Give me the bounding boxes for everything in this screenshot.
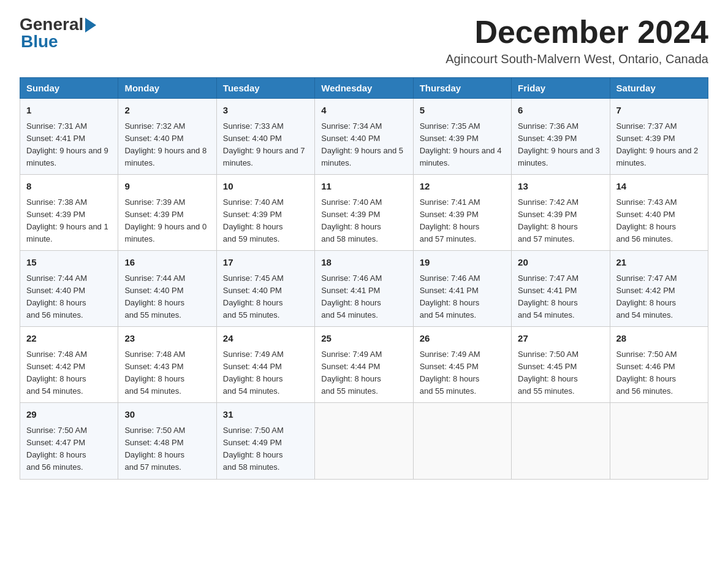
day-info: Sunrise: 7:34 AMSunset: 4:40 PMDaylight:… bbox=[321, 120, 406, 170]
calendar-cell bbox=[610, 403, 708, 479]
logo-blue-text: Blue bbox=[21, 32, 96, 52]
day-info: Sunrise: 7:43 AMSunset: 4:40 PMDaylight:… bbox=[616, 196, 702, 246]
day-number: 23 bbox=[124, 332, 210, 346]
calendar-cell: 24Sunrise: 7:49 AMSunset: 4:44 PMDayligh… bbox=[216, 327, 314, 403]
calendar-cell: 20Sunrise: 7:47 AMSunset: 4:41 PMDayligh… bbox=[512, 251, 610, 327]
day-info: Sunrise: 7:33 AMSunset: 4:40 PMDaylight:… bbox=[223, 120, 308, 170]
day-info: Sunrise: 7:48 AMSunset: 4:43 PMDaylight:… bbox=[124, 348, 210, 398]
day-number: 27 bbox=[518, 332, 603, 346]
day-number: 9 bbox=[124, 180, 210, 194]
calendar-cell: 17Sunrise: 7:45 AMSunset: 4:40 PMDayligh… bbox=[216, 251, 314, 327]
calendar-week-row: 15Sunrise: 7:44 AMSunset: 4:40 PMDayligh… bbox=[20, 251, 708, 327]
day-number: 16 bbox=[124, 256, 210, 270]
calendar-cell: 1Sunrise: 7:31 AMSunset: 4:41 PMDaylight… bbox=[20, 99, 118, 175]
day-info: Sunrise: 7:45 AMSunset: 4:40 PMDaylight:… bbox=[223, 272, 308, 322]
day-info: Sunrise: 7:50 AMSunset: 4:46 PMDaylight:… bbox=[616, 348, 702, 398]
header-tuesday: Tuesday bbox=[216, 78, 314, 99]
day-info: Sunrise: 7:44 AMSunset: 4:40 PMDaylight:… bbox=[124, 272, 210, 322]
day-info: Sunrise: 7:41 AMSunset: 4:39 PMDaylight:… bbox=[420, 196, 505, 246]
day-info: Sunrise: 7:47 AMSunset: 4:41 PMDaylight:… bbox=[518, 272, 603, 322]
subtitle: Agincourt South-Malvern West, Ontario, C… bbox=[446, 52, 708, 66]
day-number: 7 bbox=[616, 104, 702, 118]
day-info: Sunrise: 7:48 AMSunset: 4:42 PMDaylight:… bbox=[26, 348, 112, 398]
day-number: 29 bbox=[26, 408, 112, 422]
day-info: Sunrise: 7:40 AMSunset: 4:39 PMDaylight:… bbox=[223, 196, 308, 246]
calendar-cell: 9Sunrise: 7:39 AMSunset: 4:39 PMDaylight… bbox=[118, 175, 216, 251]
calendar-week-row: 1Sunrise: 7:31 AMSunset: 4:41 PMDaylight… bbox=[20, 99, 708, 175]
calendar-week-row: 22Sunrise: 7:48 AMSunset: 4:42 PMDayligh… bbox=[20, 327, 708, 403]
calendar-week-row: 8Sunrise: 7:38 AMSunset: 4:39 PMDaylight… bbox=[20, 175, 708, 251]
day-info: Sunrise: 7:49 AMSunset: 4:45 PMDaylight:… bbox=[420, 348, 505, 398]
calendar-cell: 28Sunrise: 7:50 AMSunset: 4:46 PMDayligh… bbox=[610, 327, 708, 403]
day-info: Sunrise: 7:49 AMSunset: 4:44 PMDaylight:… bbox=[223, 348, 308, 398]
header-monday: Monday bbox=[118, 78, 216, 99]
day-info: Sunrise: 7:38 AMSunset: 4:39 PMDaylight:… bbox=[26, 196, 112, 246]
calendar-cell: 6Sunrise: 7:36 AMSunset: 4:39 PMDaylight… bbox=[512, 99, 610, 175]
day-number: 18 bbox=[321, 256, 406, 270]
day-number: 17 bbox=[223, 256, 308, 270]
calendar-cell: 29Sunrise: 7:50 AMSunset: 4:47 PMDayligh… bbox=[20, 403, 118, 479]
day-number: 24 bbox=[223, 332, 308, 346]
calendar-cell: 25Sunrise: 7:49 AMSunset: 4:44 PMDayligh… bbox=[315, 327, 413, 403]
header-friday: Friday bbox=[512, 78, 610, 99]
header-thursday: Thursday bbox=[413, 78, 511, 99]
day-number: 4 bbox=[321, 104, 406, 118]
calendar-cell: 15Sunrise: 7:44 AMSunset: 4:40 PMDayligh… bbox=[20, 251, 118, 327]
day-info: Sunrise: 7:36 AMSunset: 4:39 PMDaylight:… bbox=[518, 120, 603, 170]
day-number: 21 bbox=[616, 256, 702, 270]
day-number: 10 bbox=[223, 180, 308, 194]
day-number: 2 bbox=[124, 104, 210, 118]
day-info: Sunrise: 7:50 AMSunset: 4:49 PMDaylight:… bbox=[223, 424, 308, 474]
calendar-cell: 13Sunrise: 7:42 AMSunset: 4:39 PMDayligh… bbox=[512, 175, 610, 251]
day-info: Sunrise: 7:32 AMSunset: 4:40 PMDaylight:… bbox=[124, 120, 210, 170]
calendar-cell: 22Sunrise: 7:48 AMSunset: 4:42 PMDayligh… bbox=[20, 327, 118, 403]
day-number: 8 bbox=[26, 180, 112, 194]
day-number: 6 bbox=[518, 104, 603, 118]
day-number: 22 bbox=[26, 332, 112, 346]
day-info: Sunrise: 7:47 AMSunset: 4:42 PMDaylight:… bbox=[616, 272, 702, 322]
calendar-cell: 10Sunrise: 7:40 AMSunset: 4:39 PMDayligh… bbox=[216, 175, 314, 251]
calendar-week-row: 29Sunrise: 7:50 AMSunset: 4:47 PMDayligh… bbox=[20, 403, 708, 479]
day-number: 28 bbox=[616, 332, 702, 346]
day-info: Sunrise: 7:50 AMSunset: 4:47 PMDaylight:… bbox=[26, 424, 112, 474]
calendar-table: SundayMondayTuesdayWednesdayThursdayFrid… bbox=[20, 77, 708, 479]
logo-arrow-icon bbox=[85, 18, 96, 33]
day-number: 13 bbox=[518, 180, 603, 194]
day-info: Sunrise: 7:46 AMSunset: 4:41 PMDaylight:… bbox=[420, 272, 505, 322]
day-number: 25 bbox=[321, 332, 406, 346]
day-info: Sunrise: 7:31 AMSunset: 4:41 PMDaylight:… bbox=[26, 120, 112, 170]
day-number: 20 bbox=[518, 256, 603, 270]
day-info: Sunrise: 7:40 AMSunset: 4:39 PMDaylight:… bbox=[321, 196, 406, 246]
calendar-cell: 12Sunrise: 7:41 AMSunset: 4:39 PMDayligh… bbox=[413, 175, 511, 251]
calendar-cell bbox=[413, 403, 511, 479]
main-title: December 2024 bbox=[446, 15, 708, 50]
calendar-cell: 4Sunrise: 7:34 AMSunset: 4:40 PMDaylight… bbox=[315, 99, 413, 175]
calendar-cell: 7Sunrise: 7:37 AMSunset: 4:39 PMDaylight… bbox=[610, 99, 708, 175]
calendar-header-row: SundayMondayTuesdayWednesdayThursdayFrid… bbox=[20, 78, 708, 99]
day-number: 11 bbox=[321, 180, 406, 194]
day-number: 3 bbox=[223, 104, 308, 118]
calendar-cell: 8Sunrise: 7:38 AMSunset: 4:39 PMDaylight… bbox=[20, 175, 118, 251]
calendar-cell bbox=[512, 403, 610, 479]
header-wednesday: Wednesday bbox=[315, 78, 413, 99]
day-number: 30 bbox=[124, 408, 210, 422]
calendar-cell: 19Sunrise: 7:46 AMSunset: 4:41 PMDayligh… bbox=[413, 251, 511, 327]
day-number: 19 bbox=[420, 256, 505, 270]
header-sunday: Sunday bbox=[20, 78, 118, 99]
day-info: Sunrise: 7:46 AMSunset: 4:41 PMDaylight:… bbox=[321, 272, 406, 322]
calendar-cell: 3Sunrise: 7:33 AMSunset: 4:40 PMDaylight… bbox=[216, 99, 314, 175]
calendar-cell: 18Sunrise: 7:46 AMSunset: 4:41 PMDayligh… bbox=[315, 251, 413, 327]
day-info: Sunrise: 7:37 AMSunset: 4:39 PMDaylight:… bbox=[616, 120, 702, 170]
logo: General Blue bbox=[20, 15, 96, 52]
calendar-cell: 30Sunrise: 7:50 AMSunset: 4:48 PMDayligh… bbox=[118, 403, 216, 479]
day-number: 5 bbox=[420, 104, 505, 118]
calendar-cell: 27Sunrise: 7:50 AMSunset: 4:45 PMDayligh… bbox=[512, 327, 610, 403]
calendar-cell: 11Sunrise: 7:40 AMSunset: 4:39 PMDayligh… bbox=[315, 175, 413, 251]
calendar-cell: 31Sunrise: 7:50 AMSunset: 4:49 PMDayligh… bbox=[216, 403, 314, 479]
day-info: Sunrise: 7:49 AMSunset: 4:44 PMDaylight:… bbox=[321, 348, 406, 398]
calendar-cell: 23Sunrise: 7:48 AMSunset: 4:43 PMDayligh… bbox=[118, 327, 216, 403]
day-number: 12 bbox=[420, 180, 505, 194]
day-number: 31 bbox=[223, 408, 308, 422]
calendar-cell: 16Sunrise: 7:44 AMSunset: 4:40 PMDayligh… bbox=[118, 251, 216, 327]
day-number: 26 bbox=[420, 332, 505, 346]
